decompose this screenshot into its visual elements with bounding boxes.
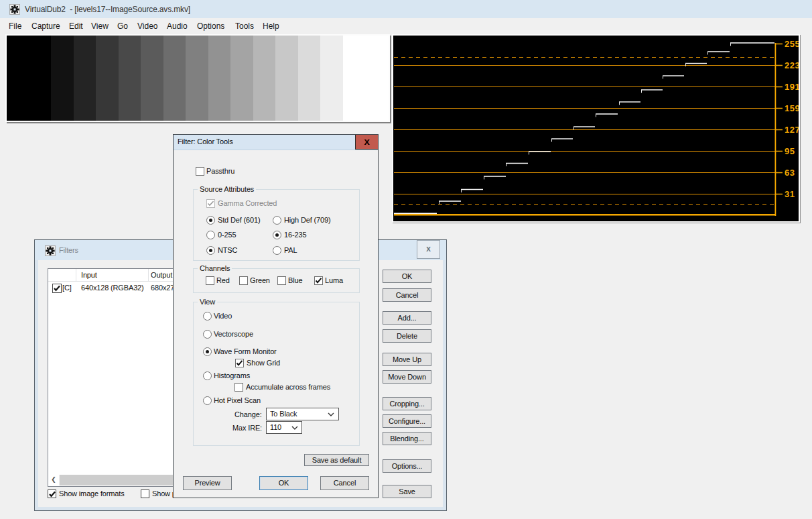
svg-text:223: 223: [785, 60, 799, 70]
svg-text:191: 191: [785, 82, 799, 92]
svg-text:255: 255: [785, 39, 799, 49]
svg-text:159: 159: [785, 103, 799, 113]
svg-text:127: 127: [785, 125, 799, 135]
svg-text:63: 63: [785, 168, 795, 178]
svg-text:95: 95: [785, 146, 795, 156]
svg-text:31: 31: [785, 189, 795, 199]
